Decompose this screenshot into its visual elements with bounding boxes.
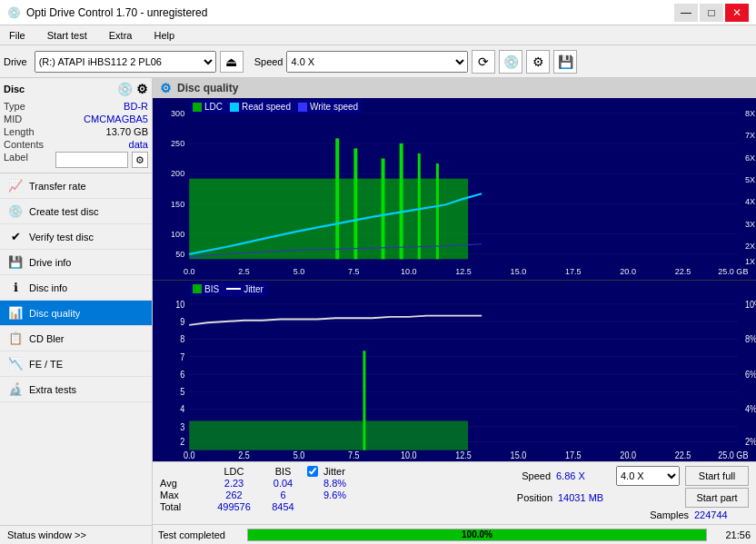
disc-settings-icon[interactable]: ⚙ xyxy=(136,82,148,96)
save-button[interactable]: 💾 xyxy=(553,50,577,74)
svg-text:10.0: 10.0 xyxy=(401,266,417,277)
svg-text:250: 250 xyxy=(171,138,184,149)
start-part-button[interactable]: Start part xyxy=(685,488,749,508)
refresh-button[interactable]: ⟳ xyxy=(472,50,495,74)
mid-row: MID CMCMAGBA5 xyxy=(4,113,148,125)
svg-text:2X: 2X xyxy=(745,241,756,252)
max-jitter: 9.6% xyxy=(323,490,387,500)
label-settings-icon[interactable]: ⚙ xyxy=(132,152,148,168)
extra-tests-icon: 🔬 xyxy=(7,381,24,398)
svg-text:10.0: 10.0 xyxy=(401,449,417,460)
samples-value: 224744 xyxy=(694,509,749,520)
speed-label: Speed xyxy=(254,56,284,67)
jitter-label: Jitter xyxy=(244,284,264,294)
svg-text:100: 100 xyxy=(171,229,184,240)
speed-row: Speed 6.86 X 4.0 X 1.0 X 2.0 X 6.0 X Sta… xyxy=(496,466,749,486)
svg-text:25.0 GB: 25.0 GB xyxy=(718,266,748,277)
stats-speed-select[interactable]: 4.0 X 1.0 X 2.0 X 6.0 X xyxy=(616,466,680,486)
svg-text:12.5: 12.5 xyxy=(455,266,472,277)
disc-quality-header-icon: ⚙ xyxy=(160,81,172,95)
titlebar: 💿 Opti Drive Control 1.70 - unregistered… xyxy=(0,0,756,25)
position-row: Position 14031 MB Start part xyxy=(498,488,749,508)
close-button[interactable]: ✕ xyxy=(725,4,749,22)
svg-rect-37 xyxy=(418,153,421,259)
svg-text:12.5: 12.5 xyxy=(455,449,472,460)
contents-row: Contents data xyxy=(4,138,148,151)
svg-rect-74 xyxy=(189,420,468,450)
svg-text:6%: 6% xyxy=(745,368,756,379)
title-left: 💿 Opti Drive Control 1.70 - unregistered xyxy=(7,6,207,19)
svg-text:2: 2 xyxy=(180,436,184,447)
label-input-container: ⚙ xyxy=(55,152,148,168)
menu-extra[interactable]: Extra xyxy=(104,28,138,43)
app-icon: 💿 xyxy=(7,6,21,19)
svg-text:2.5: 2.5 xyxy=(238,449,250,460)
disc-icon-button[interactable]: 💿 xyxy=(499,50,522,74)
svg-rect-33 xyxy=(335,138,339,259)
svg-text:4X: 4X xyxy=(745,196,756,207)
menu-start-test[interactable]: Start test xyxy=(42,28,93,43)
maximize-button[interactable]: □ xyxy=(700,4,723,22)
sidebar-item-extra-tests[interactable]: 🔬 Extra tests xyxy=(0,377,152,402)
menu-help[interactable]: Help xyxy=(148,28,180,43)
drive-label: Drive xyxy=(4,56,27,67)
settings-button[interactable]: ⚙ xyxy=(526,50,550,74)
sidebar-item-cd-bler[interactable]: 📋 CD Bler xyxy=(0,326,152,351)
avg-jitter: 8.8% xyxy=(323,478,387,489)
write-speed-label: Write speed xyxy=(310,102,358,112)
svg-text:8X: 8X xyxy=(745,108,756,119)
jitter-checkbox[interactable] xyxy=(307,466,318,477)
chart1-legend: LDC Read speed Write speed xyxy=(189,100,362,114)
progress-area: Test completed 100.0% 21:56 xyxy=(153,524,756,544)
svg-text:25.0 GB: 25.0 GB xyxy=(718,449,748,460)
max-label: Max xyxy=(160,490,205,500)
speed-select-toolbar[interactable]: 4.0 X 1.0 X 2.0 X 6.0 X 8.0 X xyxy=(286,51,468,73)
disc-header: Disc 💿 ⚙ xyxy=(4,82,148,96)
minimize-button[interactable]: — xyxy=(674,4,698,22)
svg-rect-35 xyxy=(382,159,385,260)
label-input[interactable] xyxy=(55,152,128,168)
disc-quality-header: ⚙ Disc quality xyxy=(153,78,756,98)
stats-table: LDC BIS Jitter Avg 2.23 0.04 8.8% Max 26… xyxy=(160,466,387,512)
avg-bis: 0.04 xyxy=(263,478,303,489)
avg-ldc: 2.23 xyxy=(209,478,259,489)
progress-percent: 100.0% xyxy=(248,529,706,540)
sidebar-item-fe-te[interactable]: 📉 FE / TE xyxy=(0,351,152,377)
sidebar-item-transfer-rate[interactable]: 📈 Transfer rate xyxy=(0,173,152,199)
svg-text:5.0: 5.0 xyxy=(293,449,305,460)
cd-bler-icon: 📋 xyxy=(7,331,24,347)
eject-button[interactable]: ⏏ xyxy=(220,51,244,73)
status-text: Test completed xyxy=(158,529,240,540)
disc-icon: 💿 xyxy=(117,82,133,96)
mid-label: MID xyxy=(4,114,22,124)
svg-text:10%: 10% xyxy=(745,298,756,309)
sidebar-item-verify-test-disc[interactable]: ✔ Verify test disc xyxy=(0,224,152,250)
disc-quality-panel: ⚙ Disc quality LDC Read speed xyxy=(153,78,756,461)
jitter-legend: Jitter xyxy=(226,284,264,294)
svg-text:22.5: 22.5 xyxy=(675,266,691,277)
samples-row: Samples 224744 xyxy=(634,509,749,520)
disc-title: Disc xyxy=(4,84,25,94)
position-label: Position xyxy=(498,492,552,503)
sidebar: Disc 💿 ⚙ Type BD-R MID CMCMAGBA5 Length … xyxy=(0,78,153,544)
svg-text:15.0: 15.0 xyxy=(511,449,527,460)
svg-text:7X: 7X xyxy=(745,130,756,141)
status-window-label: Status window >> xyxy=(7,529,86,540)
transfer-rate-label: Transfer rate xyxy=(29,181,86,192)
sidebar-item-disc-info[interactable]: ℹ Disc info xyxy=(0,275,152,301)
ldc-legend: LDC xyxy=(193,102,223,112)
read-speed-label: Read speed xyxy=(242,102,291,112)
menu-file[interactable]: File xyxy=(4,28,31,43)
svg-text:9: 9 xyxy=(180,315,184,326)
sidebar-item-create-test-disc[interactable]: 💿 Create test disc xyxy=(0,199,152,224)
svg-text:4%: 4% xyxy=(745,403,756,414)
samples-label: Samples xyxy=(634,509,689,520)
write-speed-legend: Write speed xyxy=(298,102,358,112)
drive-select[interactable]: (R:) ATAPI iHBS112 2 PL06 xyxy=(35,51,216,73)
sidebar-item-drive-info[interactable]: 💾 Drive info xyxy=(0,250,152,275)
create-test-disc-icon: 💿 xyxy=(7,203,24,220)
sidebar-item-disc-quality[interactable]: 📊 Disc quality xyxy=(0,301,152,326)
disc-info-icon: ℹ xyxy=(7,280,24,296)
start-full-button[interactable]: Start full xyxy=(685,466,749,486)
status-window[interactable]: Status window >> xyxy=(0,525,152,544)
